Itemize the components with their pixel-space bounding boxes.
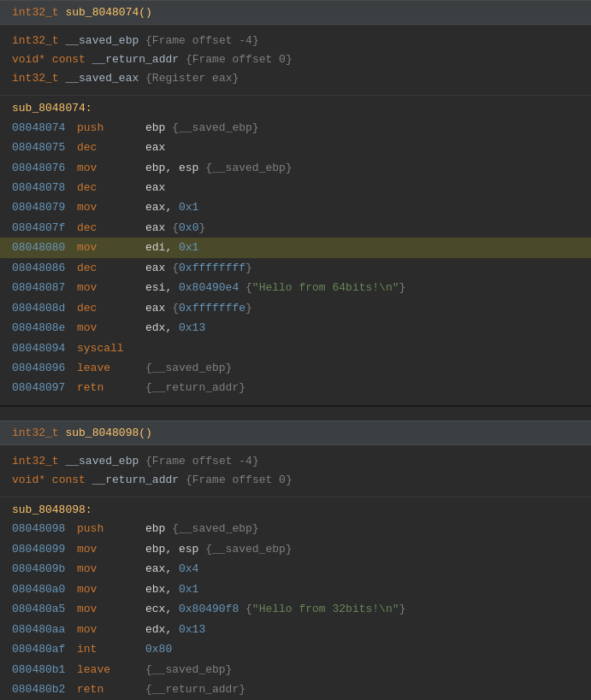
section-title: int32_t sub_8048098() — [12, 426, 152, 439]
instruction-mnemonic: leave — [77, 359, 145, 377]
instruction-operands: ebp {__saved_ebp} — [145, 520, 591, 538]
instruction-addr: 080480aa — [0, 621, 77, 638]
code-row: 0804808emovedx, 0x13 — [0, 318, 591, 338]
section-header-sub2: int32_t sub_8048098() — [0, 421, 591, 445]
instruction-addr: 08048094 — [0, 339, 77, 357]
code-row: 08048074pushebp {__saved_ebp} — [0, 118, 591, 138]
code-row: 08048078deceax — [0, 178, 591, 197]
instruction-operands: eax {0x0} — [145, 219, 591, 237]
instruction-mnemonic: leave — [77, 661, 145, 679]
instruction-operands: esi, 0x80490e4 {"Hello from 64bits!\n"} — [145, 279, 591, 297]
instruction-mnemonic: dec — [77, 138, 145, 156]
var-line: int32_t __saved_ebp {Frame offset -4} — [12, 32, 579, 50]
instruction-mnemonic: mov — [77, 279, 145, 297]
instruction-addr: 08048096 — [0, 359, 77, 377]
code-row: 080480b1leave {__saved_ebp} — [0, 660, 591, 679]
code-block-sub2: sub_8048098:08048098pushebp {__saved_ebp… — [0, 497, 591, 700]
instruction-addr: 08048098 — [0, 520, 77, 538]
instruction-operands: eax — [145, 138, 591, 156]
instruction-addr: 080480a5 — [0, 600, 77, 618]
var-block-sub2: int32_t __saved_ebp {Frame offset -4}voi… — [0, 445, 591, 497]
code-label: sub_8048074: — [0, 99, 591, 117]
code-row: 08048099movebp, esp {__saved_ebp} — [0, 539, 591, 559]
instruction-mnemonic: push — [77, 520, 145, 538]
code-row: 08048096leave {__saved_ebp} — [0, 358, 591, 378]
code-row: 08048076movebp, esp {__saved_ebp} — [0, 158, 591, 178]
instruction-addr: 08048076 — [0, 159, 77, 177]
instruction-addr: 08048087 — [0, 279, 77, 297]
code-label: sub_8048098: — [0, 501, 591, 519]
instruction-operands: 0x80 — [145, 640, 591, 658]
instruction-addr: 08048097 — [0, 379, 77, 397]
instruction-addr: 0804809b — [0, 560, 77, 578]
instruction-mnemonic: mov — [77, 319, 145, 337]
code-row: 08048079moveax, 0x1 — [0, 197, 591, 217]
instruction-addr: 08048074 — [0, 119, 77, 137]
instruction-mnemonic: mov — [77, 560, 145, 578]
var-line: void* const __return_addr {Frame offset … — [12, 471, 579, 490]
code-row: 08048087movesi, 0x80490e4 {"Hello from 6… — [0, 278, 591, 297]
instruction-addr: 08048075 — [0, 138, 77, 156]
var-line: int32_t __saved_ebp {Frame offset -4} — [12, 452, 579, 471]
instruction-mnemonic: mov — [77, 600, 145, 618]
instruction-operands: eax {0xfffffffe} — [145, 299, 591, 317]
instruction-mnemonic: dec — [77, 179, 145, 197]
code-block-sub1: sub_8048074:08048074pushebp {__saved_ebp… — [0, 96, 591, 407]
instruction-addr: 08048080 — [0, 238, 77, 256]
code-row: 08048075deceax — [0, 138, 591, 157]
instruction-addr: 080480b2 — [0, 680, 77, 698]
instruction-mnemonic: mov — [77, 238, 145, 256]
instruction-operands: ebp {__saved_ebp} — [145, 119, 591, 137]
code-row: 080480aamovedx, 0x13 — [0, 620, 591, 639]
instruction-operands: {__saved_ebp} — [145, 661, 591, 679]
instruction-operands: eax — [145, 179, 591, 197]
var-block-sub1: int32_t __saved_ebp {Frame offset -4}voi… — [0, 25, 591, 96]
instruction-addr: 08048086 — [0, 259, 77, 277]
instruction-mnemonic: mov — [77, 621, 145, 638]
instruction-operands: eax, 0x4 — [145, 560, 591, 578]
instruction-addr: 080480af — [0, 640, 77, 658]
instruction-mnemonic: int — [77, 640, 145, 658]
code-row: 08048097retn {__return_addr} — [0, 378, 591, 397]
var-line: void* const __return_addr {Frame offset … — [12, 50, 579, 69]
instruction-mnemonic: mov — [77, 540, 145, 558]
instruction-mnemonic: dec — [77, 259, 145, 277]
code-row: 0804809bmoveax, 0x4 — [0, 559, 591, 579]
code-row: 08048094syscall — [0, 338, 591, 358]
instruction-mnemonic: mov — [77, 198, 145, 216]
instruction-mnemonic: retn — [77, 680, 145, 698]
section-spacer — [0, 407, 591, 421]
instruction-mnemonic: push — [77, 119, 145, 137]
instruction-operands: {__saved_ebp} — [145, 359, 591, 377]
instruction-operands: edx, 0x13 — [145, 621, 591, 638]
instruction-operands: eax {0xffffffff} — [145, 259, 591, 277]
instruction-operands: eax, 0x1 — [145, 198, 591, 216]
code-row: 080480b2retn {__return_addr} — [0, 679, 591, 699]
instruction-operands: ebp, esp {__saved_ebp} — [145, 540, 591, 558]
instruction-addr: 080480b1 — [0, 661, 77, 679]
instruction-addr: 08048099 — [0, 540, 77, 558]
instruction-mnemonic: syscall — [77, 339, 145, 357]
instruction-addr: 0804807f — [0, 219, 77, 237]
instruction-operands: edi, 0x1 — [145, 238, 591, 256]
instruction-mnemonic: mov — [77, 580, 145, 598]
instruction-operands: ecx, 0x80490f8 {"Hello from 32bits!\n"} — [145, 600, 591, 618]
code-row: 0804808ddeceax {0xfffffffe} — [0, 298, 591, 318]
code-row: 08048098pushebp {__saved_ebp} — [0, 519, 591, 538]
instruction-addr: 080480a0 — [0, 580, 77, 598]
instruction-addr: 0804808d — [0, 299, 77, 317]
section-title: int32_t sub_8048074() — [12, 6, 152, 19]
instruction-operands: edx, 0x13 — [145, 319, 591, 337]
code-row: 08048080movedi, 0x1 — [0, 238, 591, 257]
instruction-addr: 08048079 — [0, 198, 77, 216]
instruction-operands: {__return_addr} — [145, 680, 591, 698]
var-line: int32_t __saved_eax {Register eax} — [12, 69, 579, 88]
code-row: 0804807fdeceax {0x0} — [0, 218, 591, 238]
code-row: 08048086deceax {0xffffffff} — [0, 258, 591, 278]
section-header-sub1: int32_t sub_8048074() — [0, 0, 591, 25]
instruction-addr: 08048078 — [0, 179, 77, 197]
instruction-operands: ebx, 0x1 — [145, 580, 591, 598]
instruction-mnemonic: dec — [77, 219, 145, 237]
code-row: 080480afint0x80 — [0, 639, 591, 659]
instruction-mnemonic: retn — [77, 379, 145, 397]
